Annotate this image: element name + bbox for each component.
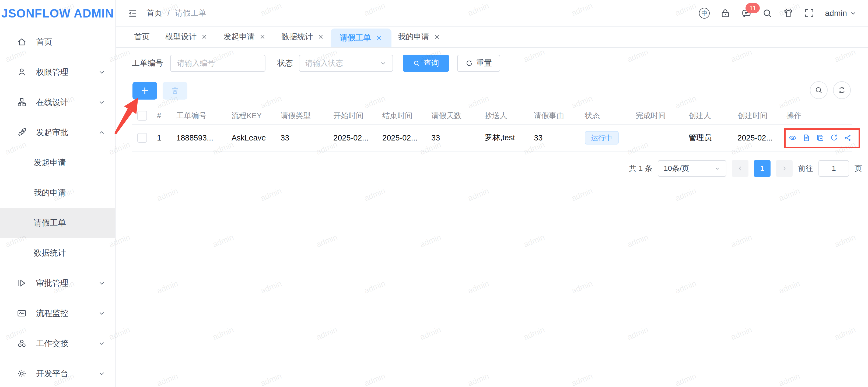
status-select-placeholder: 请输入状态 [305, 58, 343, 68]
chevron-right-icon [781, 165, 788, 172]
col-order-no: 工单编号 [176, 107, 231, 124]
col-creator: 创建人 [688, 107, 737, 124]
sidebar-item-approval-management[interactable]: 审批管理 [0, 268, 115, 298]
pagination: 共 1 条 10条/页 1 前往 页 [629, 160, 862, 177]
breadcrumb-home[interactable]: 首页 [147, 8, 162, 19]
tab-label: 请假工单 [340, 33, 371, 43]
page-tabs: 首页 模型设计 发起申请 数据统计 请假工单 我的申请 [116, 27, 868, 48]
cell-days: 33 [431, 124, 485, 151]
sidebar-item-start-approval[interactable]: 发起审批 [0, 117, 115, 148]
filter-bar: 工单编号 状态 请输入状态 查询 重置 [132, 55, 500, 72]
fullscreen-icon[interactable] [804, 8, 815, 19]
table-search-button[interactable] [810, 81, 828, 99]
sidebar-item-label: 首页 [36, 37, 52, 47]
col-actions: 操作 [786, 107, 852, 124]
sidebar-item-start-request[interactable]: 发起申请 [0, 148, 115, 178]
language-icon[interactable]: 中 [699, 8, 710, 19]
col-start-time: 开始时间 [333, 107, 382, 124]
sidebar-item-label: 流程监控 [36, 308, 68, 319]
refresh-icon [465, 60, 473, 67]
tab-label: 首页 [134, 31, 150, 42]
cell-finish-time [636, 124, 688, 151]
col-create-time: 创建时间 [737, 107, 786, 124]
chevron-down-icon [380, 60, 386, 67]
col-finish-time: 完成时间 [636, 107, 688, 124]
cell-start-time: 2025-02... [333, 124, 382, 151]
search-icon[interactable] [762, 8, 773, 19]
tab-label: 我的申请 [398, 31, 429, 42]
col-cc: 抄送人 [485, 107, 534, 124]
search-button[interactable]: 查询 [403, 55, 449, 72]
messages-icon[interactable]: 11 [741, 8, 752, 19]
search-button-label: 查询 [424, 58, 439, 69]
sidebar-item-dev-platform[interactable]: 开发平台 [0, 358, 115, 387]
cell-index: 1 [152, 124, 176, 151]
prev-page-button[interactable] [732, 160, 748, 177]
close-icon[interactable] [201, 33, 208, 40]
app-root: JSONFLOW ADMIN 首页 权限管理 [0, 0, 868, 387]
page-size-select[interactable]: 10条/页 [658, 160, 726, 177]
chevron-up-icon [98, 129, 105, 136]
user-menu[interactable]: admin [825, 9, 857, 18]
gear-icon [17, 368, 27, 379]
trash-icon [170, 86, 180, 96]
delete-button[interactable] [163, 82, 187, 100]
tab-my-requests[interactable]: 我的申请 [398, 26, 440, 47]
user-icon [17, 67, 27, 77]
sidebar-item-data-statistics[interactable]: 数据统计 [0, 238, 115, 268]
breadcrumb-separator: / [167, 9, 169, 18]
cell-cc: 罗林,test [485, 124, 534, 151]
sidebar-item-work-handover[interactable]: 工作交接 [0, 328, 115, 358]
search-icon [413, 60, 420, 67]
table-refresh-button[interactable] [833, 81, 851, 99]
status-select[interactable]: 请输入状态 [299, 55, 393, 72]
status-badge: 运行中 [585, 131, 619, 144]
close-icon[interactable] [433, 33, 440, 40]
lock-icon[interactable] [720, 8, 731, 19]
sidebar-menu: 首页 权限管理 在线设计 [0, 27, 115, 387]
collapse-sidebar-icon[interactable] [128, 8, 138, 18]
sidebar-item-label: 审批管理 [36, 278, 68, 289]
current-page-button[interactable]: 1 [754, 160, 771, 177]
tab-model-design[interactable]: 模型设计 [165, 26, 208, 47]
sidebar-item-leave-orders[interactable]: 请假工单 [0, 208, 115, 238]
col-status: 状态 [585, 107, 636, 124]
annotation-red-arrow [108, 92, 145, 140]
sidebar-item-label: 工作交接 [36, 338, 68, 349]
navbar-actions: 中 11 admin [699, 8, 857, 19]
sidebar-item-label: 发起审批 [36, 127, 68, 138]
orders-table: # 工单编号 流程KEY 请假类型 开始时间 结束时间 请假天数 抄送人 请假事… [132, 107, 852, 152]
cell-flow-key: AskLeave [231, 124, 281, 151]
tab-leave-orders[interactable]: 请假工单 [331, 29, 392, 47]
pagination-total: 共 1 条 [629, 163, 652, 173]
table-row: 1 1888593... AskLeave 33 2025-02... 2025… [132, 124, 852, 151]
tab-label: 数据统计 [282, 31, 313, 42]
tab-data-statistics[interactable]: 数据统计 [282, 26, 324, 47]
close-icon[interactable] [259, 33, 266, 40]
sidebar-item-label: 我的申请 [34, 187, 66, 198]
tab-start-request[interactable]: 发起申请 [223, 26, 266, 47]
sidebar-item-process-monitor[interactable]: 流程监控 [0, 298, 115, 328]
col-reason: 请假事由 [534, 107, 585, 124]
next-page-button[interactable] [776, 160, 793, 177]
chevron-down-icon [98, 98, 105, 106]
sidebar-item-label: 发起申请 [34, 157, 66, 168]
refresh-icon [838, 86, 846, 94]
order-no-input[interactable] [170, 55, 266, 72]
cell-status: 运行中 [585, 124, 636, 151]
search-icon [814, 86, 823, 94]
theme-tshirt-icon[interactable] [783, 8, 794, 19]
chevron-left-icon [737, 165, 744, 172]
play-bar-icon [17, 278, 27, 288]
sidebar-item-home[interactable]: 首页 [0, 27, 115, 57]
reset-button[interactable]: 重置 [457, 55, 500, 72]
close-icon[interactable] [375, 34, 382, 41]
close-icon[interactable] [317, 33, 324, 40]
tab-home[interactable]: 首页 [134, 26, 150, 47]
home-icon [17, 37, 27, 47]
three-circles-icon [17, 338, 27, 349]
goto-page-input[interactable] [818, 160, 849, 177]
sidebar-item-online-design[interactable]: 在线设计 [0, 87, 115, 117]
sidebar-item-permissions[interactable]: 权限管理 [0, 57, 115, 87]
sidebar-item-my-requests[interactable]: 我的申请 [0, 178, 115, 208]
